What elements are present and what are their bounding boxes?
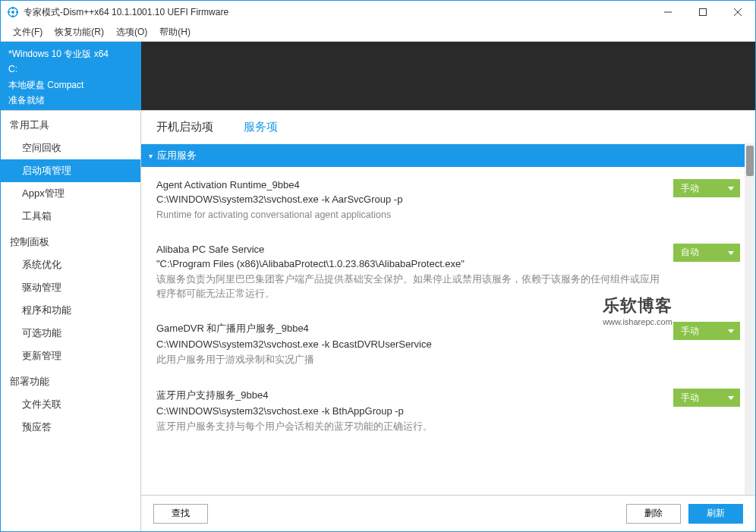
- service-path: C:\WINDOWS\system32\svchost.exe -k BthAp…: [156, 405, 661, 417]
- service-path: C:\WINDOWS\system32\svchost.exe -k AarSv…: [156, 194, 661, 205]
- sidebar-item-optimize[interactable]: 系统优化: [1, 253, 140, 276]
- service-desc: 该服务负责为阿里巴巴集团客户端产品提供基础安全保护。如果停止或禁用该服务，依赖于…: [156, 272, 661, 301]
- find-button[interactable]: 查找: [153, 504, 208, 524]
- service-desc: 蓝牙用户服务支持与每个用户会话相关的蓝牙功能的正确运行。: [156, 420, 661, 434]
- sidebar-item-space[interactable]: 空间回收: [1, 137, 140, 159]
- menu-options[interactable]: 选项(O): [110, 24, 153, 40]
- service-name: Agent Activation Runtime_9bbe4: [156, 179, 661, 190]
- app-icon: [7, 6, 19, 18]
- svg-point-1: [11, 11, 14, 14]
- sidebar-item-programs[interactable]: 程序和功能: [1, 299, 140, 322]
- refresh-button[interactable]: 刷新: [688, 504, 743, 524]
- status-dropdown[interactable]: 手动: [673, 322, 740, 340]
- minimize-button[interactable]: [650, 1, 685, 24]
- svg-rect-3: [12, 15, 14, 17]
- info-disk: 本地硬盘 Compact: [8, 77, 134, 93]
- service-row: 蓝牙用户支持服务_9bbe4 C:\WINDOWS\system32\svcho…: [141, 376, 755, 443]
- delete-button[interactable]: 删除: [626, 504, 681, 524]
- section-title: 应用服务: [157, 149, 197, 162]
- svg-rect-2: [12, 7, 14, 9]
- sidebar: 常用工具 空间回收 启动项管理 Appx管理 工具箱 控制面板 系统优化 驱动管…: [1, 111, 141, 531]
- service-name: GameDVR 和广播用户服务_9bbe4: [156, 322, 661, 335]
- tabs: 开机启动项 服务项: [141, 111, 755, 144]
- info-status: 准备就绪: [8, 93, 134, 108]
- sidebar-item-update[interactable]: 更新管理: [1, 345, 140, 367]
- scrollbar[interactable]: [745, 144, 755, 495]
- svg-rect-5: [16, 11, 18, 13]
- chevron-down-icon: ▾: [149, 152, 153, 160]
- sidebar-item-unattend[interactable]: 预应答: [1, 416, 140, 439]
- service-desc: Runtime for activating conversational ag…: [156, 208, 661, 222]
- info-drive: C:: [8, 61, 134, 77]
- info-right-panel: [141, 42, 755, 110]
- service-path: C:\WINDOWS\system32\svchost.exe -k Bcast…: [156, 338, 661, 350]
- service-path: "C:\Program Files (x86)\AlibabaProtect\1…: [156, 258, 661, 269]
- service-name: 蓝牙用户支持服务_9bbe4: [156, 389, 661, 402]
- maximize-button[interactable]: [685, 1, 720, 24]
- sidebar-item-optional[interactable]: 可选功能: [1, 322, 140, 345]
- system-info[interactable]: *Windows 10 专业版 x64 C: 本地硬盘 Compact 准备就绪: [1, 42, 141, 110]
- service-row: GameDVR 和广播用户服务_9bbe4 C:\WINDOWS\system3…: [141, 310, 755, 376]
- sidebar-item-fileassoc[interactable]: 文件关联: [1, 393, 140, 416]
- sidebar-item-startup[interactable]: 启动项管理: [1, 159, 140, 182]
- menu-help[interactable]: 帮助(H): [153, 24, 197, 40]
- sidebar-item-appx[interactable]: Appx管理: [1, 182, 140, 205]
- tab-startup[interactable]: 开机启动项: [156, 120, 213, 134]
- menu-file[interactable]: 文件(F): [7, 24, 49, 40]
- service-row: Alibaba PC Safe Service "C:\Program File…: [141, 231, 755, 310]
- sidebar-group-common: 常用工具: [1, 111, 140, 137]
- service-row: Agent Activation Runtime_9bbe4 C:\WINDOW…: [141, 167, 755, 231]
- info-panel: *Windows 10 专业版 x64 C: 本地硬盘 Compact 准备就绪: [1, 42, 755, 110]
- service-desc: 此用户服务用于游戏录制和实况广播: [156, 353, 661, 367]
- svg-rect-7: [700, 9, 707, 16]
- svg-rect-4: [8, 11, 10, 13]
- close-button[interactable]: [720, 1, 755, 24]
- section-header[interactable]: ▾ 应用服务: [141, 144, 755, 167]
- sidebar-group-deploy: 部署功能: [1, 367, 140, 393]
- scroll-thumb[interactable]: [746, 146, 754, 176]
- menu-recovery[interactable]: 恢复功能(R): [49, 24, 110, 40]
- status-dropdown[interactable]: 自动: [673, 244, 740, 262]
- info-os: *Windows 10 专业版 x64: [8, 46, 134, 61]
- status-dropdown[interactable]: 手动: [673, 389, 740, 407]
- footer: 查找 删除 刷新: [141, 495, 755, 531]
- sidebar-group-control: 控制面板: [1, 228, 140, 253]
- sidebar-item-toolbox[interactable]: 工具箱: [1, 205, 140, 228]
- sidebar-item-driver[interactable]: 驱动管理: [1, 276, 140, 299]
- window-title: 专家模式-Dism++x64 10.1.1001.10 UEFI Firmwar…: [24, 6, 650, 19]
- menubar: 文件(F) 恢复功能(R) 选项(O) 帮助(H): [1, 24, 755, 42]
- status-dropdown[interactable]: 手动: [673, 179, 740, 197]
- service-name: Alibaba PC Safe Service: [156, 244, 661, 255]
- titlebar: 专家模式-Dism++x64 10.1.1001.10 UEFI Firmwar…: [1, 1, 755, 24]
- service-list: ▾ 应用服务 Agent Activation Runtime_9bbe4 C:…: [141, 144, 755, 495]
- tab-services[interactable]: 服务项: [244, 120, 278, 134]
